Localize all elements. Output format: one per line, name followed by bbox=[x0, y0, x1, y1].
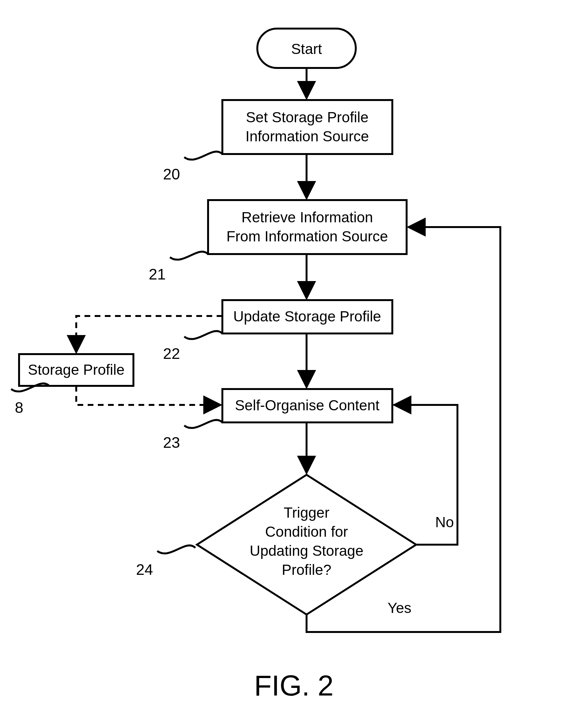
process-23: Self-Organise Content 23 bbox=[163, 389, 392, 451]
ref-20: 20 bbox=[163, 166, 180, 183]
svg-rect-2 bbox=[208, 200, 406, 254]
ref-21: 21 bbox=[149, 266, 166, 283]
storage-profile-box: Storage Profile 8 bbox=[11, 354, 133, 416]
edge-no-label: No bbox=[435, 514, 454, 530]
process-23-line1: Self-Organise Content bbox=[235, 397, 379, 413]
edge-22-to-sp bbox=[76, 316, 223, 353]
process-21: Retrieve Information From Information So… bbox=[149, 200, 406, 283]
edge-yes-label: Yes bbox=[387, 600, 412, 616]
start-label: Start bbox=[291, 41, 322, 57]
storage-profile-label: Storage Profile bbox=[28, 361, 125, 378]
decision-24-line4: Profile? bbox=[282, 561, 331, 578]
svg-rect-1 bbox=[223, 100, 392, 154]
ref-24: 24 bbox=[136, 561, 153, 578]
start-node: Start bbox=[257, 28, 356, 68]
ref-8: 8 bbox=[15, 399, 23, 416]
process-21-line1: Retrieve Information bbox=[241, 209, 373, 226]
edge-no: No bbox=[394, 405, 458, 544]
process-22-line1: Update Storage Profile bbox=[233, 308, 381, 325]
process-20-line2: Information Source bbox=[246, 128, 369, 145]
ref-23: 23 bbox=[163, 434, 180, 451]
edge-sp-to-23 bbox=[76, 386, 221, 405]
decision-24-line3: Updating Storage bbox=[250, 542, 363, 559]
ref-22: 22 bbox=[163, 345, 180, 362]
process-21-line2: From Information Source bbox=[227, 228, 388, 244]
flowchart-canvas: Start Set Storage Profile Information So… bbox=[0, 0, 588, 726]
decision-24: Trigger Condition for Updating Storage P… bbox=[136, 475, 416, 615]
figure-label: FIG. 2 bbox=[254, 670, 334, 702]
process-22: Update Storage Profile 22 bbox=[163, 300, 392, 362]
process-20: Set Storage Profile Information Source 2… bbox=[163, 100, 392, 183]
process-20-line1: Set Storage Profile bbox=[246, 109, 369, 125]
decision-24-line1: Trigger bbox=[284, 504, 330, 521]
decision-24-line2: Condition for bbox=[265, 524, 348, 540]
